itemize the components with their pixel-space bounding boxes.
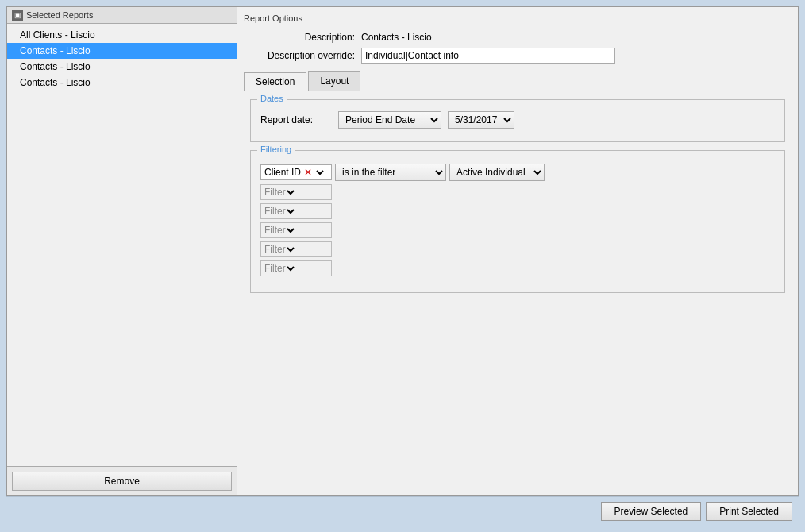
empty-filter-row-4: Filter ▼ [260, 241, 775, 257]
empty-filter-row-1: Filter ▼ [260, 184, 775, 200]
filtering-section-title: Filtering [257, 145, 295, 154]
empty-filter-2: Filter ▼ [260, 203, 332, 219]
empty-filter-5-dropdown[interactable]: ▼ [286, 263, 297, 274]
remove-btn-container: Remove [7, 466, 237, 495]
bottom-bar: Preview Selected Print Selected [6, 496, 799, 526]
active-filter-row: Client ID ✕ ▼ is in the filter is not in… [260, 164, 775, 181]
filter-value-dropdown[interactable]: Active Individual All Clients Active Cli… [449, 164, 545, 181]
description-row: Description: Contacts - Liscio [244, 32, 792, 43]
empty-filter-3: Filter ▼ [260, 222, 332, 238]
filter-field-name: Client ID [264, 167, 301, 178]
dates-section-title: Dates [257, 94, 287, 103]
empty-filter-3-dropdown[interactable]: ▼ [286, 225, 297, 236]
filtering-wrapper: Filtering Client ID ✕ ▼ [244, 150, 792, 293]
description-override-row: Description override: [244, 48, 792, 64]
tab-layout[interactable]: Layout [308, 71, 360, 91]
dates-group-box: Dates Report date: Period End Date Curre… [250, 99, 785, 142]
empty-filter-4: Filter ▼ [260, 241, 332, 257]
tabs-container: Selection Layout [244, 71, 792, 91]
empty-filter-1: Filter ▼ [260, 184, 332, 200]
empty-filter-row-2: Filter ▼ [260, 203, 775, 219]
report-list: All Clients - Liscio Contacts - Liscio C… [7, 24, 237, 466]
preview-selected-button[interactable]: Preview Selected [601, 502, 702, 521]
panel-icon: ▣ [12, 10, 23, 21]
empty-filter-1-dropdown[interactable]: ▼ [286, 187, 297, 198]
dates-wrapper: Dates Report date: Period End Date Curre… [244, 99, 792, 142]
filter-operator-dropdown[interactable]: is in the filter is not in the filter eq… [335, 164, 446, 181]
filter-field-dropdown[interactable]: ▼ [315, 167, 326, 178]
report-item-3[interactable]: Contacts - Liscio [7, 59, 237, 75]
left-panel: ▣ Selected Reports All Clients - Liscio … [7, 7, 237, 495]
report-item-2[interactable]: Contacts - Liscio [7, 43, 237, 59]
empty-filter-4-dropdown[interactable]: ▼ [286, 244, 297, 255]
main-container: ▣ Selected Reports All Clients - Liscio … [0, 0, 805, 532]
content-area: ▣ Selected Reports All Clients - Liscio … [6, 6, 799, 496]
empty-filter-2-dropdown[interactable]: ▼ [286, 206, 297, 217]
filter-field-clientid: Client ID ✕ ▼ [260, 164, 332, 180]
description-value: Contacts - Liscio [361, 32, 432, 43]
empty-filter-row-5: Filter ▼ [260, 260, 775, 276]
report-date-row: Report date: Period End Date Current Dat… [260, 111, 775, 129]
description-override-input[interactable] [361, 48, 615, 64]
remove-button[interactable]: Remove [12, 472, 232, 491]
empty-filter-5: Filter ▼ [260, 260, 332, 276]
print-selected-button[interactable]: Print Selected [706, 502, 792, 521]
filter-delete-icon[interactable]: ✕ [304, 167, 312, 178]
date-value-dropdown[interactable]: 5/31/2017 [448, 111, 514, 129]
left-panel-title: ▣ Selected Reports [7, 7, 237, 24]
report-item-4[interactable]: Contacts - Liscio [7, 75, 237, 91]
tab-content: Dates Report date: Period End Date Curre… [244, 91, 792, 489]
panel-title-text: Selected Reports [26, 10, 93, 20]
tab-selection[interactable]: Selection [244, 72, 306, 91]
date-type-dropdown[interactable]: Period End Date Current Date Custom [338, 111, 441, 129]
report-date-label: Report date: [260, 114, 332, 125]
description-override-label: Description override: [244, 50, 355, 61]
report-options-title: Report Options [244, 13, 792, 25]
filtering-group-box: Filtering Client ID ✕ ▼ [250, 150, 785, 293]
right-panel: Report Options Description: Contacts - L… [237, 7, 798, 495]
empty-filter-row-3: Filter ▼ [260, 222, 775, 238]
report-item-1[interactable]: All Clients - Liscio [7, 27, 237, 43]
description-label: Description: [244, 32, 355, 43]
